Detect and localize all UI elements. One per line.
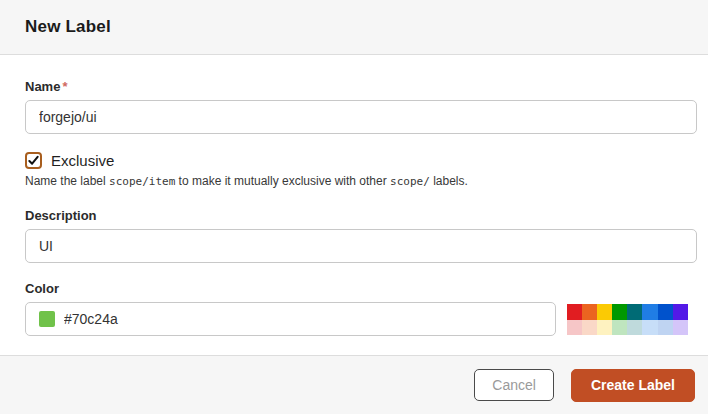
palette-color-swatch[interactable]	[612, 320, 627, 336]
palette-color-swatch[interactable]	[582, 304, 597, 320]
palette-color-swatch[interactable]	[597, 320, 612, 336]
palette-row	[567, 320, 688, 336]
color-row	[25, 302, 697, 336]
help-text-part: labels.	[430, 174, 468, 188]
palette-color-swatch[interactable]	[597, 304, 612, 320]
exclusive-help-text: Name the label scope/item to make it mut…	[25, 174, 697, 188]
description-label: Description	[25, 208, 697, 223]
color-input[interactable]	[25, 302, 556, 336]
exclusive-field: Exclusive Name the label scope/item to m…	[25, 152, 697, 188]
new-label-dialog: New Label Name* Exclusive Name the label…	[0, 0, 708, 414]
color-label: Color	[25, 281, 697, 296]
palette-color-swatch[interactable]	[642, 320, 657, 336]
palette-color-swatch[interactable]	[642, 304, 657, 320]
exclusive-label: Exclusive	[51, 152, 114, 169]
exclusive-checkbox-row[interactable]: Exclusive	[25, 152, 697, 169]
palette-color-swatch[interactable]	[673, 320, 688, 336]
palette-color-swatch[interactable]	[567, 304, 582, 320]
create-label-button[interactable]: Create Label	[571, 369, 695, 402]
description-field: Description	[25, 208, 697, 263]
dialog-footer: Cancel Create Label	[0, 355, 708, 414]
help-text-part: to make it mutually exclusive with other	[175, 174, 390, 188]
help-code-scope-item: scope/item	[109, 175, 175, 188]
palette-row	[567, 304, 688, 320]
help-text-part: Name the label	[25, 174, 109, 188]
palette-color-swatch[interactable]	[673, 304, 688, 320]
cancel-button[interactable]: Cancel	[474, 369, 554, 401]
exclusive-checkbox[interactable]	[25, 152, 42, 169]
help-code-scope: scope/	[390, 175, 430, 188]
name-label-text: Name	[25, 79, 60, 94]
required-asterisk: *	[62, 79, 67, 94]
palette-color-swatch[interactable]	[658, 320, 673, 336]
dialog-header: New Label	[0, 0, 708, 55]
name-input[interactable]	[25, 100, 697, 134]
palette-color-swatch[interactable]	[567, 320, 582, 336]
checkmark-icon	[28, 155, 39, 166]
dialog-body: Name* Exclusive Name the label scope/ite…	[0, 55, 708, 336]
name-label: Name*	[25, 79, 697, 94]
color-field: Color	[25, 281, 697, 336]
palette-color-swatch[interactable]	[627, 320, 642, 336]
palette-color-swatch[interactable]	[612, 304, 627, 320]
description-input[interactable]	[25, 229, 697, 263]
palette-color-swatch[interactable]	[627, 304, 642, 320]
palette-color-swatch[interactable]	[658, 304, 673, 320]
dialog-title: New Label	[25, 17, 111, 37]
name-field: Name*	[25, 79, 697, 134]
palette-color-swatch[interactable]	[582, 320, 597, 336]
color-input-wrap	[25, 302, 556, 336]
color-preview-swatch	[39, 311, 55, 327]
color-palette	[567, 304, 688, 335]
